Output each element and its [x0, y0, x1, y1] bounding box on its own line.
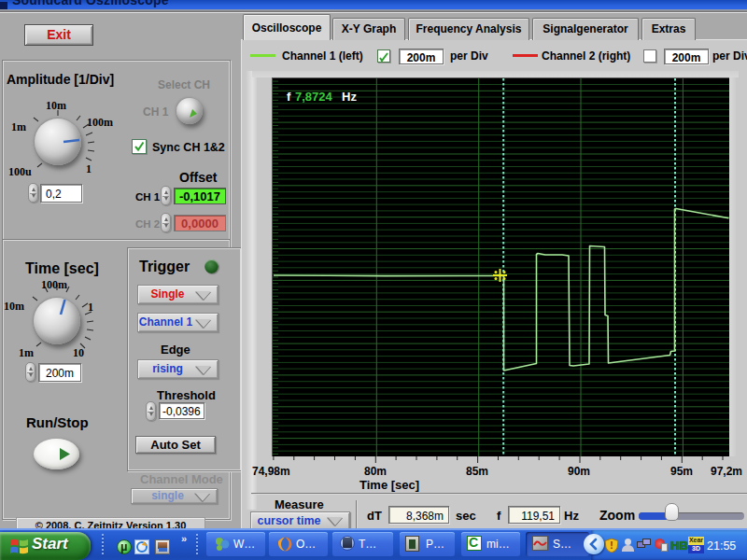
svg-text:Hz: Hz	[342, 90, 357, 104]
svg-text:7,8724: 7,8724	[295, 90, 333, 104]
svg-text:f: f	[287, 90, 291, 104]
svg-text:!: !	[610, 540, 613, 551]
